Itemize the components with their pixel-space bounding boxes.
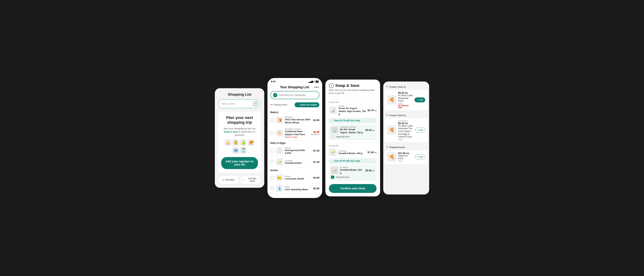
add-item-bar[interactable]: Add an Item + [218, 99, 261, 108]
item-name-3: Homogenized Milk 3.25% [285, 149, 312, 155]
list-item: 🫓 President's Choice Traditional Naan Di… [268, 126, 322, 140]
add-flyer-button[interactable]: 📄 Add flyer deals [240, 176, 261, 184]
swap-save-header: $ Swap & Save [329, 83, 376, 88]
aisle-label-2: Frozen: Aisle 12 [390, 114, 406, 117]
swap-option-name-1: 2% M.F. Greek Yogurt, Vanilla, 750 g [340, 128, 364, 134]
list-button-3[interactable]: + List [415, 154, 425, 159]
list-header: Your Shopping List ••• [268, 84, 322, 91]
add-offers-button[interactable]: 🏷 Add offers [218, 176, 239, 184]
item-price-4: $7.49 [313, 160, 319, 164]
swap-checkbox-row-2[interactable]: ✓ Swap this item [331, 176, 374, 179]
add-regulars-button[interactable]: Add your regulars to your list [221, 157, 258, 169]
item-sale-2: Ends in 7 days [285, 136, 309, 138]
add-item-plus-icon[interactable]: + [253, 101, 258, 106]
add-offers-label: Add offers [225, 178, 235, 181]
list-item: 🧈 Lactantia Unsalted Butter $7.49 [268, 157, 322, 168]
swap-price-1: $6.79 ea [368, 109, 376, 112]
pin-icon-3: 📍 [386, 146, 388, 148]
check-swaps-button[interactable]: ↔ Check for swaps [295, 102, 319, 107]
item-price-3: $7.09 [313, 149, 319, 152]
item-name-4: Unsalted Butter [285, 162, 312, 165]
item-name-1: Thick Slice Bread 100% Whole Wheat [285, 118, 312, 124]
aisle-section-3: 📍 Prepared foods 🍕 $12.00 ea Pepperoni P… [383, 145, 429, 165]
item-info-5: Simply Lemonade, Bottle [285, 175, 312, 180]
swap-price-2: $7.49 ea [368, 151, 376, 154]
store-road: Brimley Road [274, 104, 287, 106]
swap-product-img-2: 🧈 [329, 148, 337, 156]
pear-icon: 🍐 [240, 140, 246, 146]
item-checkbox-6[interactable] [270, 186, 274, 190]
add-items-input[interactable] [279, 94, 316, 96]
save-banner-1: ↔ Save $1.79 with this swap [329, 118, 376, 123]
item-info-6: Bubly Lime Sparkling Water [285, 186, 312, 191]
swap-name-2: Unsalted Butter, 454 g [338, 152, 366, 155]
pin-icon-2: 📍 [386, 114, 388, 117]
add-circle-icon[interactable]: + [273, 93, 277, 97]
product-name-3: Pepperoni Pizza [398, 154, 413, 160]
status-bar: 9:41 ▂▄▆ ▾ ▓▓ [268, 78, 322, 84]
swap-checkbox-2[interactable]: ✓ [331, 176, 334, 179]
list-button-2[interactable]: + List [415, 128, 425, 132]
wifi-icon: ▾ [314, 80, 315, 83]
swap-option-img-2: 🧈 [331, 167, 338, 174]
save-text-2: Save $1.50 with this swap [334, 160, 360, 162]
item-price-6: $5.99 [313, 187, 319, 190]
item-img-bread: 🍞 [276, 117, 283, 124]
store-swap-bar: RCS Brimley Road ↔ Check for swaps [268, 101, 322, 108]
phone-content: Your Shopping List ••• + RCS Brimley Roa… [268, 84, 322, 198]
list-button-1[interactable]: ✓ List [414, 98, 425, 102]
swap-brand-1: Liberte [338, 105, 366, 107]
aisle-header-1: 📍 Frozen: Aisle 12 [383, 84, 429, 89]
aisle-section-2: 📍 Frozen: Aisle 12 🍕 Out of stock $6.29 … [383, 113, 429, 143]
item-brand-3: Neilson [285, 147, 312, 149]
swap-option-brand-2: No Name [340, 166, 364, 168]
list-item: 🥛 Neilson Homogenized Milk 3.25% $7.09 [268, 145, 322, 157]
item-checkbox-5[interactable] [270, 176, 274, 180]
swap-option-brand-1: President's Choice [340, 126, 364, 128]
item-img-lemonade: 🍋 [276, 174, 283, 181]
swap-product-info-1: Liberte Greek 2% Yogurt, Vanilla, High P… [338, 105, 366, 116]
store-badge: RCS Brimley Road [270, 104, 287, 106]
swap-product-row-1: 🍶 Liberte Greek 2% Yogurt, Vanilla, High… [329, 105, 376, 116]
bread-icon: 🥐 [248, 140, 254, 146]
confirm-close-button[interactable]: Confirm and close [329, 184, 376, 193]
swap-checkbox-1[interactable] [331, 135, 334, 138]
screen-shopping-list-phone: 9:41 ▂▄▆ ▾ ▓▓ Your Shopping List ••• + R… [268, 78, 322, 198]
product-price-3: $12.00 ea [398, 152, 413, 154]
save-icon-2: ↔ [331, 160, 333, 162]
item-checkbox-4[interactable] [270, 160, 274, 164]
swap-product-img-1: 🍶 [329, 106, 337, 114]
swap-checkbox-row-1[interactable]: Swap this item [331, 135, 374, 138]
aisle-header-3: 📍 Prepared foods [383, 145, 429, 149]
swap-option-info-1: President's Choice 2% M.F. Greek Yogurt,… [340, 126, 364, 134]
product-price-1: $5.94 ea [398, 92, 413, 94]
item-checkbox-2[interactable] [270, 131, 274, 135]
swap-save-link[interactable]: Swap & Save [224, 130, 238, 133]
aisle-section-1: 📍 Frozen: Aisle 12 🍕 $5.94 ea PC Black L… [383, 84, 429, 111]
swap-name-1: Greek 2% Yogurt, Vanilla, High Protein, … [338, 107, 366, 116]
product-price-2: $6.29 ea [398, 122, 413, 124]
item-name-6: Lime Sparkling Water [285, 188, 312, 191]
add-items-search-bar[interactable]: + [270, 91, 319, 99]
item-price-5: $4.99 [313, 176, 319, 179]
bottom-actions: 🏷 Add offers 📄 Add flyer deals [218, 176, 261, 184]
product-img-2: 🍕 [387, 126, 396, 135]
swap-option-row-1: 🍶 President's Choice 2% M.F. Greek Yogur… [331, 126, 374, 134]
swap-brand-2: Lactantia [338, 150, 366, 152]
list-item: 🍞 D'Italiano Thick Slice Bread 100% Whol… [268, 114, 322, 126]
product-info-1: $5.94 ea PC Black LabelMargherita Pizza … [398, 92, 413, 108]
section-bakery: Bakery [268, 110, 322, 114]
screen-shopping-list: Shopping List Add an Item + Plan your ne… [215, 88, 264, 188]
product-info-2: Out of stock $6.29 ea PC Black LabelRist… [398, 120, 413, 140]
screen-swap-save: $ Swap & Save Save more on your next sho… [325, 80, 380, 196]
swap-option-name-2: Unsalted Butter, 454 g [340, 168, 364, 174]
offers-icon: 🏷 [222, 178, 224, 181]
divider-1 [329, 99, 376, 99]
promo-subtext: Start your shopping list and use Swap & … [221, 127, 258, 137]
item-checkbox-3[interactable] [270, 149, 274, 153]
item-brand-6: Bubly [285, 186, 312, 188]
item-checkbox-1[interactable] [270, 118, 274, 122]
more-options-icon[interactable]: ••• [314, 85, 319, 89]
screen-aisle-list: 📍 Frozen: Aisle 12 🍕 $5.94 ea PC Black L… [383, 82, 429, 194]
item-brand-1: D'Italiano [285, 116, 312, 118]
